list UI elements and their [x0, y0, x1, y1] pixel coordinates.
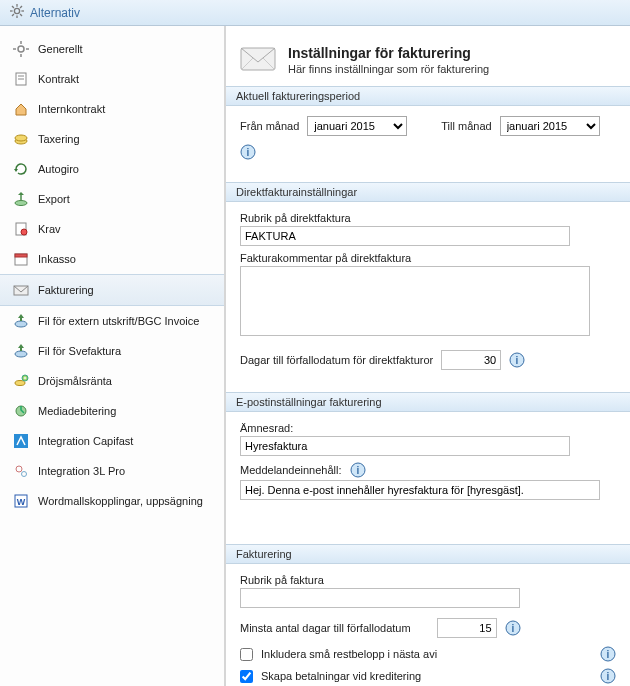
document-icon — [12, 70, 30, 88]
svg-point-30 — [15, 351, 27, 357]
capifast-icon — [12, 432, 30, 450]
svg-rect-26 — [15, 254, 27, 257]
sidebar-item-label: Mediadebitering — [38, 405, 116, 417]
sidebar-item-taxering[interactable]: Taxering — [0, 124, 224, 154]
svg-point-0 — [14, 8, 19, 13]
sidebar-item-label: Autogiro — [38, 163, 79, 175]
sidebar-item-capifast[interactable]: Integration Capifast — [0, 426, 224, 456]
sidebar-item-label: Fil för extern utskrift/BGC Invoice — [38, 315, 199, 327]
svg-point-21 — [15, 201, 27, 206]
svg-text:i: i — [607, 649, 610, 660]
section-period-title: Aktuell faktureringsperiod — [226, 86, 630, 106]
create-payments-checkbox[interactable] — [240, 670, 253, 683]
create-payments-label: Skapa betalningar vid kreditering — [261, 670, 421, 682]
sidebar-item-mediadebitering[interactable]: Mediadebitering — [0, 396, 224, 426]
sidebar-item-fakturering[interactable]: Fakturering — [0, 274, 224, 306]
page-header: Inställningar för fakturering Här finns … — [226, 44, 630, 86]
disk-arrow-icon — [12, 342, 30, 360]
svg-text:i: i — [356, 465, 359, 476]
sidebar-item-internkontrakt[interactable]: Internkontrakt — [0, 94, 224, 124]
svg-text:i: i — [607, 671, 610, 682]
info-icon[interactable]: i — [600, 646, 616, 662]
invoice-rubrik-label: Rubrik på faktura — [240, 574, 616, 586]
svg-line-5 — [12, 6, 14, 8]
direct-comment-textarea[interactable] — [240, 266, 590, 336]
sidebar-item-generellt[interactable]: Generellt — [0, 34, 224, 64]
info-icon[interactable]: i — [509, 352, 525, 368]
section-email-title: E-postinställningar fakturering — [226, 392, 630, 412]
sidebar-item-label: Integration Capifast — [38, 435, 133, 447]
gear-icon — [12, 40, 30, 58]
window-title: Alternativ — [30, 6, 80, 20]
sidebar-item-export[interactable]: Export — [0, 184, 224, 214]
section-invoicing-title: Fakturering — [226, 544, 630, 564]
svg-text:i: i — [247, 147, 250, 158]
svg-text:i: i — [511, 623, 514, 634]
svg-point-28 — [15, 321, 27, 327]
sidebar-item-3lpro[interactable]: Integration 3L Pro — [0, 456, 224, 486]
direct-days-input[interactable] — [441, 350, 501, 370]
sidebar-item-label: Fil för Svefaktura — [38, 345, 121, 357]
gears-icon — [12, 462, 30, 480]
plug-icon — [12, 402, 30, 420]
from-month-select[interactable]: januari 2015 — [307, 116, 407, 136]
to-month-select[interactable]: januari 2015 — [500, 116, 600, 136]
invoice-rubrik-input[interactable] — [240, 588, 520, 608]
sidebar-item-label: Dröjsmålsränta — [38, 375, 112, 387]
svg-point-32 — [15, 381, 25, 386]
svg-marker-20 — [14, 169, 18, 172]
svg-marker-31 — [18, 344, 24, 351]
sidebar-item-label: Fakturering — [38, 284, 94, 296]
svg-point-19 — [15, 135, 27, 141]
min-days-label: Minsta antal dagar till förfallodatum — [240, 622, 411, 634]
svg-text:W: W — [17, 497, 26, 507]
sidebar-item-autogiro[interactable]: Autogiro — [0, 154, 224, 184]
sidebar-item-kontrakt[interactable]: Kontrakt — [0, 64, 224, 94]
sidebar-item-label: Wordmallskopplingar, uppsägning — [38, 495, 203, 507]
min-days-input[interactable] — [437, 618, 497, 638]
direct-rubrik-input[interactable] — [240, 226, 570, 246]
svg-marker-29 — [18, 314, 24, 321]
info-icon[interactable]: i — [240, 144, 256, 160]
sidebar-item-label: Export — [38, 193, 70, 205]
word-icon: W — [12, 492, 30, 510]
window-titlebar: Alternativ — [0, 0, 630, 26]
coins-icon — [12, 130, 30, 148]
svg-marker-17 — [16, 104, 26, 115]
from-month-label: Från månad — [240, 120, 299, 132]
export-icon — [12, 190, 30, 208]
sidebar-item-svefaktura[interactable]: Fil för Svefaktura — [0, 336, 224, 366]
sidebar-item-label: Internkontrakt — [38, 103, 105, 115]
svg-point-38 — [16, 466, 22, 472]
email-body-input[interactable] — [240, 480, 600, 500]
sidebar-item-label: Integration 3L Pro — [38, 465, 125, 477]
sidebar-item-wordmall[interactable]: W Wordmallskopplingar, uppsägning — [0, 486, 224, 516]
sidebar-item-inkasso[interactable]: Inkasso — [0, 244, 224, 274]
svg-line-7 — [12, 14, 14, 16]
section-direct-title: Direktfakturainställningar — [226, 182, 630, 202]
info-icon[interactable]: i — [505, 620, 521, 636]
svg-text:i: i — [516, 355, 519, 366]
direct-days-label: Dagar till förfallodatum för direktfaktu… — [240, 354, 433, 366]
sidebar-item-drojsmalsranta[interactable]: Dröjsmålsränta — [0, 366, 224, 396]
refresh-icon — [12, 160, 30, 178]
warning-document-icon — [12, 220, 30, 238]
include-small-checkbox[interactable] — [240, 648, 253, 661]
house-document-icon — [12, 100, 30, 118]
svg-line-6 — [20, 14, 22, 16]
sidebar-item-label: Kontrakt — [38, 73, 79, 85]
svg-rect-42 — [241, 48, 275, 70]
page-subtitle: Här finns inställningar som rör fakturer… — [288, 63, 489, 75]
svg-point-24 — [21, 229, 27, 235]
svg-point-9 — [18, 46, 24, 52]
info-icon[interactable]: i — [350, 462, 366, 478]
direct-rubrik-label: Rubrik på direktfaktura — [240, 212, 616, 224]
coins-plus-icon — [12, 372, 30, 390]
email-subject-input[interactable] — [240, 436, 570, 456]
sidebar-item-label: Taxering — [38, 133, 80, 145]
sidebar-item-krav[interactable]: Krav — [0, 214, 224, 244]
info-icon[interactable]: i — [600, 668, 616, 684]
envelope-large-icon — [240, 44, 276, 76]
sidebar-item-bgc-invoice[interactable]: Fil för extern utskrift/BGC Invoice — [0, 306, 224, 336]
email-body-label: Meddelandeinnehåll: — [240, 464, 342, 476]
